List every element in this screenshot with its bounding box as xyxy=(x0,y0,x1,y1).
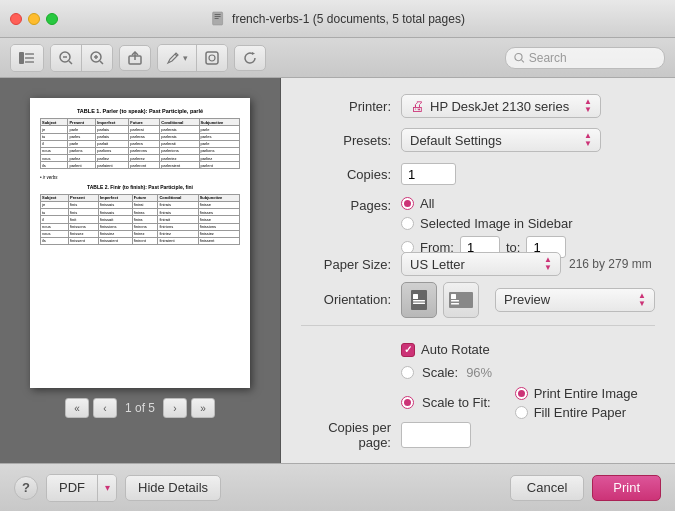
radio-dot xyxy=(404,200,411,207)
orientation-label: Orientation: xyxy=(301,292,401,307)
help-icon: ? xyxy=(22,480,30,495)
svg-rect-27 xyxy=(451,294,456,299)
first-page-button[interactable]: « xyxy=(65,398,89,418)
annotate-button[interactable]: ▾ xyxy=(158,45,197,71)
preview-arrow: ▲▼ xyxy=(638,292,646,308)
rotate-button[interactable] xyxy=(234,45,266,71)
svg-rect-1 xyxy=(214,14,220,15)
paper-size-select[interactable]: US Letter ▲▼ xyxy=(401,252,561,276)
fill-paper-label: Fill Entire Paper xyxy=(534,405,626,420)
presets-select-arrow: ▲▼ xyxy=(584,132,592,148)
scale-to-fit-row: Scale to Fit: Print Entire Image Fill En xyxy=(401,386,638,420)
pdf-dropdown-button[interactable]: ▾ xyxy=(98,475,116,501)
printer-icon: 🖨 xyxy=(410,98,424,114)
copies-input[interactable] xyxy=(401,163,456,185)
pen-icon xyxy=(166,51,180,65)
search-box[interactable] xyxy=(505,47,665,69)
copies-per-page-control: ▲ ▼ xyxy=(401,422,655,448)
presets-control: Default Settings ▲▼ xyxy=(401,128,655,152)
sidebar-icon xyxy=(19,52,35,64)
ir-note: • ir verbs xyxy=(40,175,240,181)
table2: SubjectPresentImperfectFutureConditional… xyxy=(40,194,240,245)
toolbar: ▾ xyxy=(0,38,675,78)
prev-page-button[interactable]: ‹ xyxy=(93,398,117,418)
scale-row: Scale: 96% Scale to Fit: xyxy=(301,372,655,413)
document-icon xyxy=(210,11,226,27)
auto-rotate-checkbox-row: ✓ Auto Rotate xyxy=(401,342,490,357)
preview-dropdown[interactable]: Preview ▲▼ xyxy=(495,288,655,312)
copies-per-page-input[interactable] xyxy=(402,426,471,445)
pages-control: All Selected Image in Sidebar From: to: xyxy=(401,196,655,258)
last-page-button[interactable]: » xyxy=(191,398,215,418)
paper-size-row: Paper Size: US Letter ▲▼ 216 by 279 mm xyxy=(301,252,655,276)
fill-paper-row: Fill Entire Paper xyxy=(515,405,638,420)
share-icon xyxy=(128,51,142,65)
copies-per-page-row: Copies per page: ▲ ▼ xyxy=(301,423,655,447)
auto-rotate-label: Auto Rotate xyxy=(421,342,490,357)
zoom-out-icon xyxy=(59,51,73,65)
pdf-label: PDF xyxy=(59,480,85,495)
hide-details-button[interactable]: Hide Details xyxy=(125,475,221,501)
fill-paper-radio[interactable] xyxy=(515,406,528,419)
presets-row: Presets: Default Settings ▲▼ xyxy=(301,128,655,152)
help-button[interactable]: ? xyxy=(14,476,38,500)
svg-rect-6 xyxy=(25,57,34,59)
svg-rect-5 xyxy=(25,53,34,55)
pages-all-radio[interactable] xyxy=(401,197,414,210)
landscape-button[interactable] xyxy=(443,282,479,318)
printer-control: 🖨 HP DeskJet 2130 series ▲▼ xyxy=(401,94,655,118)
auto-rotate-checkbox[interactable]: ✓ xyxy=(401,343,415,357)
maximize-button[interactable] xyxy=(46,13,58,25)
svg-rect-24 xyxy=(413,300,425,302)
next-page-button[interactable]: › xyxy=(163,398,187,418)
printer-label: Printer: xyxy=(301,99,401,114)
title-text: french-verbs-1 (5 documents, 5 total pag… xyxy=(232,12,465,26)
printer-row: Printer: 🖨 HP DeskJet 2130 series ▲▼ xyxy=(301,94,655,118)
scale-section: Scale: 96% Scale to Fit: xyxy=(401,365,638,420)
pages-all-label: All xyxy=(420,196,434,211)
presets-select[interactable]: Default Settings ▲▼ xyxy=(401,128,601,152)
close-button[interactable] xyxy=(10,13,22,25)
shapes-icon xyxy=(205,51,219,65)
orientation-control: Preview ▲▼ xyxy=(401,282,655,318)
pages-radio-group: All Selected Image in Sidebar From: to: xyxy=(401,196,572,258)
zoom-in-icon xyxy=(90,51,104,65)
pages-selected-radio[interactable] xyxy=(401,217,414,230)
scale-radio[interactable] xyxy=(401,366,414,379)
checkmark: ✓ xyxy=(404,344,412,355)
svg-rect-25 xyxy=(413,302,425,304)
printer-value: HP DeskJet 2130 series xyxy=(430,99,569,114)
svg-rect-7 xyxy=(25,61,34,63)
scale-input-row: Scale: 96% xyxy=(401,365,638,380)
doc-content: TABLE 1. Parler (to speak): Past Partici… xyxy=(40,108,240,245)
zoom-in-button[interactable] xyxy=(82,45,112,71)
printer-select-arrow: ▲▼ xyxy=(584,98,592,114)
share-button[interactable] xyxy=(119,45,151,71)
pages-selected-label: Selected Image in Sidebar xyxy=(420,216,572,231)
hide-details-label: Hide Details xyxy=(138,480,208,495)
scale-control: Scale: 96% Scale to Fit: xyxy=(401,365,655,420)
scale-to-fit-radio[interactable] xyxy=(401,396,414,409)
sidebar-btn[interactable] xyxy=(11,45,43,71)
print-entire-label: Print Entire Image xyxy=(534,386,638,401)
preview-panel: TABLE 1. Parler (to speak): Past Partici… xyxy=(0,78,281,463)
divider1 xyxy=(301,325,655,326)
sidebar-toggle-group xyxy=(10,44,44,72)
print-options: Print Entire Image Fill Entire Paper xyxy=(515,386,638,420)
shapes-button[interactable] xyxy=(197,45,227,71)
printer-select[interactable]: 🖨 HP DeskJet 2130 series ▲▼ xyxy=(401,94,601,118)
svg-line-21 xyxy=(522,60,524,62)
paper-size-value: US Letter xyxy=(410,257,465,272)
svg-rect-4 xyxy=(19,52,24,64)
minimize-button[interactable] xyxy=(28,13,40,25)
print-button[interactable]: Print xyxy=(592,475,661,501)
landscape-icon xyxy=(447,290,475,310)
portrait-button[interactable] xyxy=(401,282,437,318)
cancel-button[interactable]: Cancel xyxy=(510,475,584,501)
pages-row: Pages: All Selected Image in Sidebar xyxy=(301,196,655,242)
search-input[interactable] xyxy=(529,51,656,65)
pdf-button[interactable]: PDF xyxy=(47,475,98,501)
zoom-out-button[interactable] xyxy=(51,45,82,71)
print-entire-radio[interactable] xyxy=(515,387,528,400)
scale-value: 96% xyxy=(466,365,492,380)
